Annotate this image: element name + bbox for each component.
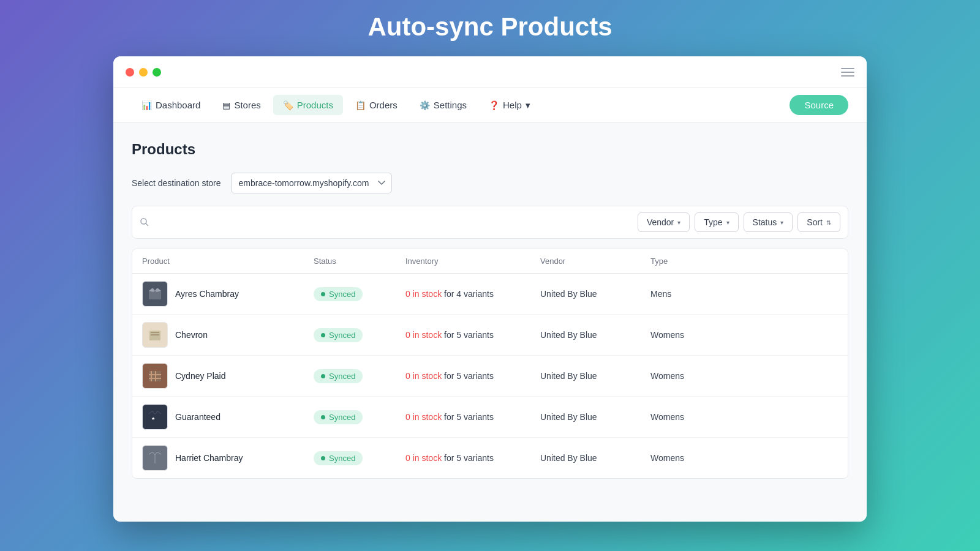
product-name: Chevron [175, 330, 208, 340]
inventory-rest: for 5 variants [442, 330, 494, 340]
nav-label-stores: Stores [234, 100, 260, 110]
type-cell: Mens [650, 289, 712, 299]
vendor-cell: United By Blue [540, 330, 650, 340]
vendor-cell: United By Blue [540, 453, 650, 463]
search-input[interactable] [154, 217, 633, 227]
inventory-cell: 0 in stock for 4 variants [405, 289, 540, 299]
store-select-label: Select destination store [132, 178, 221, 188]
inventory-rest: for 4 variants [442, 289, 494, 299]
nav-label-products: Products [297, 100, 333, 110]
dashboard-icon: 📊 [141, 100, 152, 110]
product-cell: Cydney Plaid [142, 363, 314, 389]
inventory-rest: for 5 variants [442, 453, 494, 463]
table-row[interactable]: Cydney Plaid Synced 0 in stock for 5 var… [132, 356, 848, 397]
stores-icon: ▤ [222, 100, 230, 110]
status-filter-button[interactable]: Status ▾ [744, 212, 793, 232]
synced-label: Synced [329, 413, 355, 422]
minimize-button[interactable] [139, 68, 148, 77]
product-cell: Chevron [142, 322, 314, 348]
col-vendor: Vendor [540, 257, 650, 266]
type-filter-label: Type [704, 217, 722, 227]
status-cell: Synced [314, 410, 405, 424]
search-icon [140, 217, 149, 227]
status-cell: Synced [314, 369, 405, 383]
synced-dot [321, 374, 325, 378]
product-thumbnail [142, 363, 168, 389]
nav-item-stores[interactable]: ▤ Stores [213, 95, 270, 115]
product-thumbnail [142, 445, 168, 471]
nav-item-products[interactable]: 🏷️ Products [273, 95, 343, 115]
vendor-filter-button[interactable]: Vendor ▾ [638, 212, 690, 232]
zero-stock: 0 in stock [405, 371, 442, 381]
zero-stock: 0 in stock [405, 289, 442, 299]
product-cell: ★ Guaranteed [142, 404, 314, 430]
inventory-rest: for 5 variants [442, 412, 494, 422]
help-chevron-icon: ▾ [526, 100, 530, 111]
inventory-rest: for 5 variants [442, 371, 494, 381]
vendor-filter-label: Vendor [647, 217, 674, 227]
col-product: Product [142, 257, 314, 266]
vendor-chevron-icon: ▾ [677, 219, 680, 226]
status-cell: Synced [314, 287, 405, 301]
table-row[interactable]: ★ Guaranteed Synced 0 in stock for 5 var… [132, 397, 848, 438]
nav-label-settings: Settings [434, 100, 467, 110]
product-name: Harriet Chambray [175, 453, 243, 463]
vendor-cell: United By Blue [540, 289, 650, 299]
nav-label-dashboard: Dashboard [156, 100, 200, 110]
synced-dot [321, 415, 325, 419]
nav-label-orders: Orders [369, 100, 398, 110]
zero-stock: 0 in stock [405, 412, 442, 422]
source-button[interactable]: Source [790, 95, 848, 115]
close-button[interactable] [126, 68, 134, 77]
status-chevron-icon: ▾ [780, 219, 783, 226]
product-name: Ayres Chambray [175, 289, 239, 299]
vendor-cell: United By Blue [540, 371, 650, 381]
product-thumbnail: ★ [142, 404, 168, 430]
synced-label: Synced [329, 454, 355, 463]
nav-item-orders[interactable]: 📋 Orders [345, 95, 407, 115]
store-select-dropdown[interactable]: embrace-tomorrow.myshopify.com [231, 173, 392, 193]
product-cell: Ayres Chambray [142, 281, 314, 307]
app-window: 📊 Dashboard ▤ Stores 🏷️ Products 📋 Order… [113, 56, 867, 522]
synced-badge: Synced [314, 410, 363, 424]
nav-item-help[interactable]: ❓ Help ▾ [479, 95, 540, 116]
table-row[interactable]: Harriet Chambray Synced 0 in stock for 5… [132, 438, 848, 478]
inventory-cell: 0 in stock for 5 variants [405, 371, 540, 381]
col-inventory: Inventory [405, 257, 540, 266]
svg-rect-4 [151, 334, 159, 335]
synced-badge: Synced [314, 451, 363, 465]
sort-label: Sort [807, 217, 823, 227]
nav-item-settings[interactable]: ⚙️ Settings [410, 95, 477, 115]
maximize-button[interactable] [153, 68, 161, 77]
product-name: Guaranteed [175, 412, 221, 422]
synced-badge: Synced [314, 328, 363, 342]
status-cell: Synced [314, 328, 405, 342]
synced-label: Synced [329, 331, 355, 340]
products-icon: 🏷️ [283, 100, 293, 110]
type-filter-button[interactable]: Type ▾ [695, 212, 738, 232]
nav-bar: 📊 Dashboard ▤ Stores 🏷️ Products 📋 Order… [113, 88, 867, 122]
sort-button[interactable]: Sort ⇅ [797, 212, 840, 232]
nav-item-dashboard[interactable]: 📊 Dashboard [132, 95, 210, 115]
col-type: Type [650, 257, 712, 266]
synced-badge: Synced [314, 287, 363, 301]
page-title: Auto-sync Products [368, 12, 612, 42]
table-row[interactable]: Ayres Chambray Synced 0 in stock for 4 v… [132, 274, 848, 315]
type-cell: Womens [650, 371, 712, 381]
store-select-row: Select destination store embrace-tomorro… [132, 173, 848, 193]
filter-bar: Vendor ▾ Type ▾ Status ▾ Sort ⇅ [132, 206, 848, 239]
help-icon: ❓ [489, 100, 499, 110]
inventory-cell: 0 in stock for 5 variants [405, 453, 540, 463]
vendor-cell: United By Blue [540, 412, 650, 422]
product-name: Cydney Plaid [175, 371, 226, 381]
products-page-title: Products [132, 141, 848, 158]
settings-icon: ⚙️ [420, 100, 430, 110]
svg-rect-1 [149, 291, 161, 299]
hamburger-menu-icon[interactable] [841, 68, 854, 77]
nav-label-help: Help [503, 100, 522, 110]
synced-label: Synced [329, 290, 355, 299]
zero-stock: 0 in stock [405, 453, 442, 463]
table-header: Product Status Inventory Vendor Type [132, 249, 848, 274]
table-row[interactable]: Chevron Synced 0 in stock for 5 variants… [132, 315, 848, 356]
product-thumbnail [142, 281, 168, 307]
